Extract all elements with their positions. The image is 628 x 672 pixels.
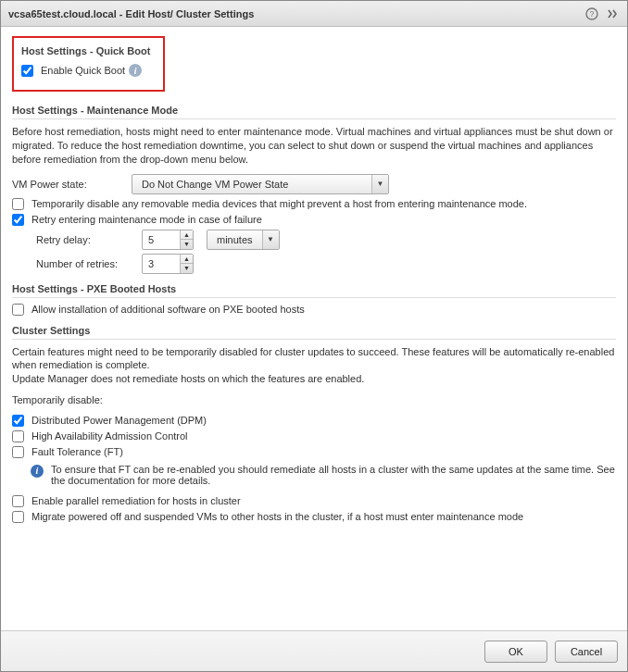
ft-checkbox[interactable] — [12, 446, 24, 458]
cluster-desc2: Update Manager does not remediate hosts … — [12, 372, 616, 386]
num-retries-value: 3 — [143, 255, 180, 273]
temp-disable-label: Temporarily disable: — [12, 393, 616, 407]
num-retries-row: Number of retries: 3 ▲ ▼ — [36, 254, 616, 274]
dialog-content: Host Settings - Quick Boot Enable Quick … — [1, 27, 627, 630]
disable-media-checkbox[interactable] — [12, 198, 24, 210]
svg-text:?: ? — [589, 9, 594, 19]
retry-delay-label: Retry delay: — [36, 234, 138, 245]
ok-button[interactable]: OK — [484, 641, 547, 663]
dpm-checkbox[interactable] — [12, 415, 24, 427]
pxe-allow-label: Allow installation of additional softwar… — [31, 304, 305, 315]
ft-label: Fault Tolerance (FT) — [31, 446, 123, 457]
info-icon: i — [31, 465, 44, 478]
migrate-checkbox[interactable] — [12, 511, 24, 523]
num-retries-label: Number of retries: — [36, 258, 138, 269]
parallel-checkbox[interactable] — [12, 495, 24, 507]
power-state-row: VM Power state: Do Not Change VM Power S… — [12, 174, 616, 194]
info-icon[interactable]: i — [129, 64, 142, 77]
power-state-select[interactable]: Do Not Change VM Power State ▼ — [132, 174, 389, 194]
num-retries-spinner[interactable]: 3 ▲ ▼ — [142, 254, 194, 274]
help-icon[interactable]: ? — [584, 6, 599, 21]
retry-delay-unit: minutes — [207, 230, 262, 249]
retry-label: Retry entering maintenance mode in case … — [31, 214, 262, 225]
hac-label: High Availability Admission Control — [31, 430, 188, 442]
pxe-title: Host Settings - PXE Booted Hosts — [12, 283, 616, 298]
pxe-allow-checkbox[interactable] — [12, 304, 24, 316]
quick-boot-section: Host Settings - Quick Boot Enable Quick … — [12, 36, 165, 92]
window-title: vcsa65test.cloud.local - Edit Host/ Clus… — [8, 8, 584, 19]
disable-media-row: Temporarily disable any removable media … — [12, 198, 616, 210]
maint-desc: Before host remediation, hosts might nee… — [12, 125, 616, 167]
retry-checkbox[interactable] — [12, 214, 24, 226]
migrate-label: Migrate powered off and suspended VMs to… — [31, 511, 523, 522]
maint-title: Host Settings - Maintenance Mode — [12, 105, 616, 119]
quick-boot-title: Host Settings - Quick Boot — [21, 45, 156, 58]
spinner-buttons: ▲ ▼ — [180, 255, 193, 273]
retry-delay-row: Retry delay: 5 ▲ ▼ minutes ▼ — [36, 230, 616, 250]
cluster-desc1: Certain features might need to be tempor… — [12, 345, 616, 373]
enable-quick-boot-checkbox[interactable] — [21, 65, 33, 77]
spinner-up-icon[interactable]: ▲ — [181, 255, 193, 265]
enable-quick-boot-row: Enable Quick Boot i — [21, 64, 156, 77]
spinner-buttons: ▲ ▼ — [180, 230, 193, 249]
cluster-title: Cluster Settings — [12, 325, 616, 340]
enable-quick-boot-label: Enable Quick Boot — [41, 65, 125, 76]
hac-checkbox[interactable] — [12, 430, 24, 442]
dpm-label: Distributed Power Management (DPM) — [31, 415, 207, 426]
dpm-row: Distributed Power Management (DPM) — [12, 415, 616, 427]
migrate-row: Migrate powered off and suspended VMs to… — [12, 511, 616, 523]
disable-media-label: Temporarily disable any removable media … — [31, 198, 527, 209]
retry-delay-unit-select[interactable]: minutes ▼ — [207, 230, 280, 250]
retry-row: Retry entering maintenance mode in case … — [12, 214, 616, 226]
power-state-value: Do Not Change VM Power State — [132, 175, 371, 193]
expand-icon[interactable] — [605, 6, 620, 21]
cancel-button[interactable]: Cancel — [555, 641, 618, 663]
power-state-label: VM Power state: — [12, 179, 128, 190]
spinner-up-icon[interactable]: ▲ — [181, 230, 193, 241]
pxe-allow-row: Allow installation of additional softwar… — [12, 304, 616, 316]
title-bar: vcsa65test.cloud.local - Edit Host/ Clus… — [1, 1, 627, 27]
dialog-footer: OK Cancel — [1, 630, 627, 671]
title-icons: ? — [584, 6, 620, 21]
spinner-down-icon[interactable]: ▼ — [181, 240, 193, 249]
parallel-row: Enable parallel remediation for hosts in… — [12, 495, 616, 507]
hac-row: High Availability Admission Control — [12, 430, 616, 442]
chevron-down-icon[interactable]: ▼ — [371, 175, 388, 193]
spinner-down-icon[interactable]: ▼ — [181, 264, 193, 273]
retry-delay-value: 5 — [143, 230, 180, 249]
retry-delay-spinner[interactable]: 5 ▲ ▼ — [142, 230, 194, 250]
ft-note-row: i To ensure that FT can be re-enabled yo… — [31, 464, 616, 486]
ft-row: Fault Tolerance (FT) — [12, 446, 616, 458]
chevron-down-icon[interactable]: ▼ — [262, 230, 279, 249]
ft-note-text: To ensure that FT can be re-enabled you … — [51, 464, 616, 486]
parallel-label: Enable parallel remediation for hosts in… — [31, 495, 241, 506]
